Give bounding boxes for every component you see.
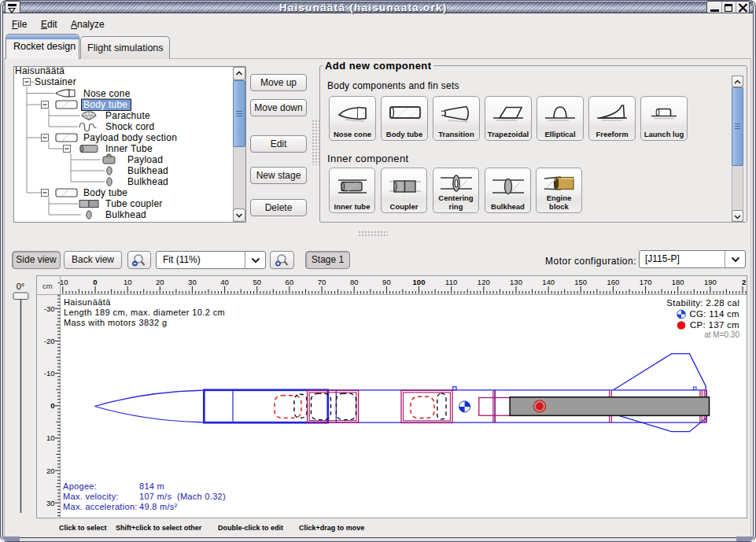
svg-text:-10: -10: [57, 278, 68, 286]
svg-text:0: 0: [50, 401, 54, 410]
svg-text:Parachute: Parachute: [105, 110, 150, 121]
svg-text:Body tube: Body tube: [83, 187, 127, 198]
svg-text:Max. velocity:: Max. velocity:: [63, 492, 119, 501]
svg-text:Length 189 cm, max. diameter 1: Length 189 cm, max. diameter 10.2 cm: [64, 308, 225, 317]
svg-text:Stability: 2.28 cal: Stability: 2.28 cal: [666, 298, 739, 308]
svg-text:2: 2: [742, 278, 746, 286]
svg-text:10: 10: [124, 278, 132, 286]
svg-text:Inner Tube: Inner Tube: [105, 143, 153, 154]
svg-text:10: 10: [46, 433, 55, 442]
svg-text:Bulkhead: Bulkhead: [105, 209, 146, 220]
svg-text:130: 130: [510, 278, 522, 286]
svg-text:120: 120: [478, 278, 490, 286]
svg-text:0: 0: [93, 278, 97, 286]
svg-text:-20: -20: [44, 337, 55, 345]
svg-text:40: 40: [220, 278, 229, 286]
svg-text:170: 170: [640, 278, 652, 286]
svg-text:Payload body section: Payload body section: [83, 132, 177, 143]
svg-text:Tube coupler: Tube coupler: [105, 198, 163, 209]
svg-text:0°: 0°: [17, 282, 25, 291]
svg-text:Max. acceleration:: Max. acceleration:: [63, 502, 138, 511]
svg-text:70: 70: [318, 278, 326, 286]
svg-text:60: 60: [286, 278, 294, 286]
svg-text:80: 80: [350, 278, 359, 286]
svg-text:Shock cord: Shock cord: [105, 121, 155, 132]
svg-text:160: 160: [607, 278, 619, 286]
svg-text:CG: 114 cm: CG: 114 cm: [690, 309, 740, 319]
svg-text:100: 100: [413, 278, 426, 286]
svg-text:Haisunäätä: Haisunäätä: [64, 297, 111, 307]
svg-text:cm: cm: [42, 282, 53, 290]
svg-text:150: 150: [574, 278, 587, 286]
svg-text:90: 90: [382, 278, 391, 286]
svg-text:-10: -10: [44, 369, 55, 378]
svg-text:Sustainer: Sustainer: [35, 76, 76, 87]
svg-text:190: 190: [704, 278, 717, 286]
svg-text:49.8 m/s²: 49.8 m/s²: [139, 502, 178, 511]
svg-text:20: 20: [156, 278, 164, 286]
svg-text:20: 20: [46, 466, 55, 475]
svg-text:30: 30: [188, 278, 197, 286]
svg-text:180: 180: [672, 278, 684, 286]
svg-text:107 m/s (Mach 0.32): 107 m/s (Mach 0.32): [139, 492, 226, 501]
svg-text:814 m: 814 m: [139, 481, 164, 491]
svg-text:CP: 137 cm: CP: 137 cm: [690, 320, 739, 330]
svg-text:Payload: Payload: [127, 154, 163, 165]
svg-text:Apogee:: Apogee:: [63, 481, 97, 491]
svg-text:Nose cone: Nose cone: [83, 88, 131, 99]
svg-text:50: 50: [253, 278, 262, 286]
svg-text:at M=0.30: at M=0.30: [704, 330, 739, 339]
svg-text:Bulkhead: Bulkhead: [127, 165, 168, 176]
svg-text:-30: -30: [44, 304, 55, 313]
svg-text:30: 30: [46, 499, 55, 507]
svg-text:Haisunäätä: Haisunäätä: [15, 66, 65, 76]
svg-text:110: 110: [445, 278, 457, 286]
svg-text:Mass with motors 3832 g: Mass with motors 3832 g: [64, 318, 167, 327]
svg-text:Bulkhead: Bulkhead: [127, 176, 168, 187]
svg-text:Body tube: Body tube: [83, 99, 127, 110]
svg-text:140: 140: [542, 278, 555, 286]
